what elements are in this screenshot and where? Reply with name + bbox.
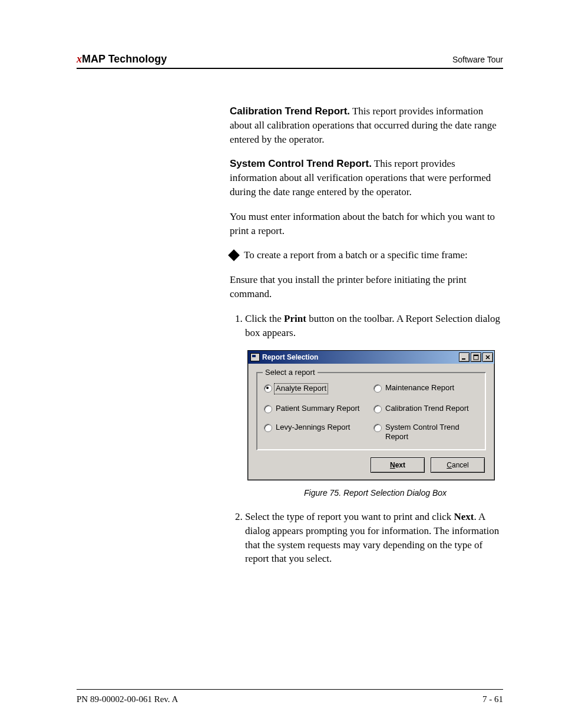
dialog-report-selection: Report Selection	[247, 350, 495, 480]
radio-label: Analyte Report	[274, 383, 328, 394]
steps-list: Click the Print button on the toolbar. A…	[230, 312, 503, 340]
para-system-control-trend: System Control Trend Report. This report…	[230, 157, 503, 199]
svg-rect-0	[462, 358, 465, 360]
radio-icon	[373, 405, 382, 413]
cancel-button[interactable]: Cancel	[431, 457, 485, 473]
close-button[interactable]	[482, 353, 493, 362]
step2-bold: Next	[454, 511, 474, 522]
cancel-rest: ancel	[452, 461, 469, 469]
header-section: Software Tour	[452, 55, 503, 64]
running-header: xMAP Technology Software Tour	[77, 53, 503, 69]
steps-list-2: Select the type of report you want to pr…	[230, 510, 503, 566]
step2-a: Select the type of report you want to pr…	[245, 511, 454, 522]
runin-system-control: System Control Trend Report.	[230, 158, 372, 169]
figure-caption: Figure 75. Report Selection Dialog Box	[247, 487, 503, 499]
runin-calibration: Calibration Trend Report.	[230, 106, 350, 117]
radio-calibration-trend-report[interactable]: Calibration Trend Report	[373, 404, 478, 413]
para-batch-info: You must enter information about the bat…	[230, 210, 503, 238]
figure-report-selection: Report Selection	[247, 350, 503, 499]
bullet-text: To create a report from a batch or a spe…	[244, 248, 468, 262]
radio-patient-summary-report[interactable]: Patient Summary Report	[264, 404, 369, 413]
radio-analyte-report[interactable]: Analyte Report	[264, 383, 369, 394]
radio-label: Levy-Jennings Report	[276, 423, 350, 432]
step-2: Select the type of report you want to pr…	[245, 510, 503, 566]
brand-rest: MAP Technology	[82, 53, 167, 65]
radio-icon	[373, 384, 382, 393]
brand-x: x	[77, 53, 82, 65]
para-install-printer: Ensure that you install the printer befo…	[230, 273, 503, 301]
header-brand: xMAP Technology	[77, 53, 167, 65]
radio-label: Calibration Trend Report	[385, 404, 469, 413]
para-calibration-trend: Calibration Trend Report. This report pr…	[230, 104, 503, 146]
radio-icon	[373, 424, 382, 432]
groupbox-select-report: Select a report Analyte Report Maintenan…	[256, 372, 486, 450]
radio-label: Patient Summary Report	[276, 404, 359, 413]
step1-a: Click the	[245, 313, 284, 324]
maximize-button[interactable]	[471, 353, 481, 362]
cancel-underline: C	[447, 461, 452, 469]
radio-icon	[264, 424, 272, 432]
radio-levy-jennings-report[interactable]: Levy-Jennings Report	[264, 423, 369, 432]
footer-partnumber: PN 89-00002-00-061 Rev. A	[77, 694, 178, 704]
radio-system-control-trend-report[interactable]: System Control Trend Report	[373, 423, 478, 442]
radio-label: System Control Trend Report	[385, 423, 478, 442]
page-footer: PN 89-00002-00-061 Rev. A 7 - 61	[77, 689, 503, 704]
diamond-icon	[228, 249, 240, 261]
svg-rect-2	[474, 355, 478, 356]
footer-pagenumber: 7 - 61	[482, 694, 503, 704]
radio-icon	[264, 405, 272, 413]
step1-bold: Print	[284, 313, 306, 324]
next-rest: ext	[395, 461, 405, 469]
radio-icon	[264, 384, 272, 393]
body-column: Calibration Trend Report. This report pr…	[230, 104, 503, 566]
next-underline: N	[390, 461, 395, 469]
radio-label: Maintenance Report	[385, 383, 454, 393]
minimize-button[interactable]	[459, 353, 470, 362]
app-icon	[250, 353, 260, 361]
dialog-titlebar[interactable]: Report Selection	[248, 351, 494, 364]
next-button[interactable]: Next	[371, 457, 425, 473]
dialog-title: Report Selection	[262, 353, 459, 363]
step-1: Click the Print button on the toolbar. A…	[245, 312, 503, 340]
groupbox-legend: Select a report	[263, 367, 318, 378]
radio-maintenance-report[interactable]: Maintenance Report	[373, 383, 478, 393]
procedure-bullet: To create a report from a batch or a spe…	[230, 248, 503, 262]
